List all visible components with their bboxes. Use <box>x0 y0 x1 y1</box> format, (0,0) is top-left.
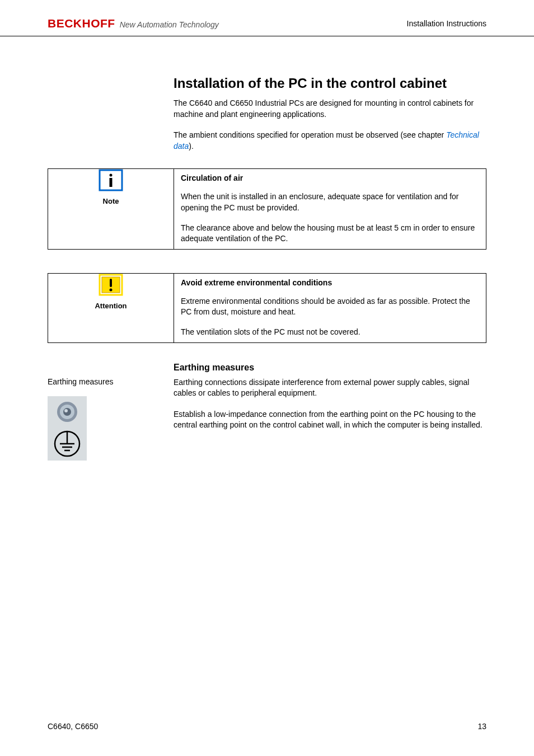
attention-title: Avoid extreme environmental conditions <box>174 274 486 292</box>
footer-page-number: 13 <box>477 722 486 731</box>
note-callout: Note Circulation of air When the unit is… <box>48 168 486 249</box>
earthing-para-1: Earthing connections dissipate interfere… <box>174 377 486 399</box>
logo-tagline: New Automation Technology <box>120 20 219 29</box>
intro2-prefix: The ambient conditions specified for ope… <box>174 130 446 139</box>
earthing-section: Earthing measures Ea <box>48 377 486 462</box>
attention-label: Attention <box>48 302 174 310</box>
earthing-side-label: Earthing measures <box>48 377 114 386</box>
logo-main: BECKHOFF <box>48 17 115 30</box>
svg-point-6 <box>110 288 113 291</box>
page-header: BECKHOFF New Automation Technology Insta… <box>0 0 534 36</box>
svg-rect-5 <box>110 279 112 287</box>
note-title: Circulation of air <box>174 169 486 187</box>
earthing-para-2: Establish a low-impedance connection fro… <box>174 409 486 431</box>
intro-paragraph-1: The C6640 and C6650 Industrial PCs are d… <box>174 98 486 120</box>
note-body-1: When the unit is installed in an enclosu… <box>174 187 486 218</box>
earthing-symbol-image <box>48 396 87 462</box>
intro2-suffix: ). <box>189 142 194 151</box>
intro-paragraph-2: The ambient conditions specified for ope… <box>174 130 486 152</box>
info-icon <box>99 169 123 194</box>
svg-rect-2 <box>110 178 113 187</box>
attention-body-1: Extreme environmental conditions should … <box>174 292 486 322</box>
attention-icon <box>99 274 123 298</box>
note-body-2: The clearance above and below the housin… <box>174 218 486 249</box>
svg-point-1 <box>110 174 113 177</box>
attention-callout: Attention Avoid extreme environmental co… <box>48 273 486 343</box>
earthing-heading: Earthing measures <box>174 363 486 373</box>
footer-left: C6640, C6650 <box>48 722 98 731</box>
page-content: Installation of the PC in the control ca… <box>0 76 534 462</box>
page-title: Installation of the PC in the control ca… <box>174 76 486 91</box>
page-footer: C6640, C6650 13 <box>48 722 486 731</box>
svg-point-11 <box>64 409 68 412</box>
logo: BECKHOFF New Automation Technology <box>48 17 219 30</box>
earthing-side-label-wrap: Earthing measures <box>48 377 174 462</box>
header-section-title: Installation Instructions <box>407 19 486 28</box>
note-label: Note <box>48 197 174 205</box>
earthing-body: Earthing connections dissipate interfere… <box>174 377 486 462</box>
attention-body-2: The ventilation slots of the PC must not… <box>174 322 486 342</box>
